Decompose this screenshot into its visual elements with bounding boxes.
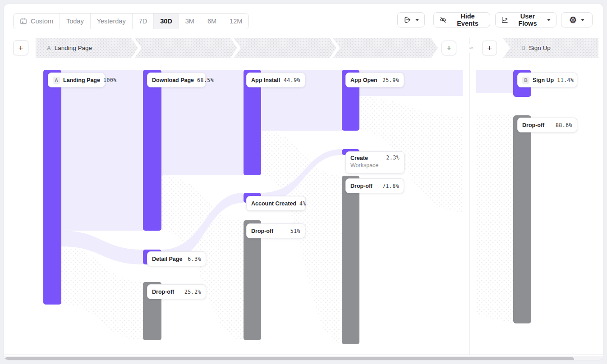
node-label-dropoff-step4[interactable]: Drop-off 71.8% bbox=[345, 178, 404, 193]
bar-dropoff-step4 bbox=[342, 176, 359, 344]
node-label-app-install[interactable]: App Install 44.9% bbox=[246, 73, 305, 87]
date-range-today[interactable]: Today bbox=[60, 14, 91, 29]
flow-chart-icon bbox=[501, 16, 508, 24]
node-label-download-page[interactable]: Download Page 68.5% bbox=[147, 73, 206, 87]
bar-dropoff-signup bbox=[513, 115, 531, 323]
node-label-landing-page[interactable]: A Landing Page 100% bbox=[48, 73, 105, 87]
user-flows-button[interactable]: User Flows bbox=[495, 12, 556, 27]
export-icon bbox=[403, 16, 411, 24]
bar-download-page bbox=[143, 70, 161, 231]
node-label-dropoff-signup[interactable]: Drop-off 88.6% bbox=[517, 118, 577, 132]
flow-in-signup bbox=[476, 70, 513, 93]
node-label-dropoff-step3[interactable]: Drop-off 51% bbox=[246, 223, 305, 238]
gear-icon: ⚙ bbox=[569, 16, 577, 24]
date-range-30d[interactable]: 30D bbox=[154, 14, 179, 29]
chart-bottom-border bbox=[4, 355, 603, 355]
date-range-3m[interactable]: 3M bbox=[179, 14, 201, 29]
user-flows-label: User Flows bbox=[512, 13, 543, 27]
node-label-create-workspace[interactable]: Create Workspace 2.3% bbox=[345, 151, 405, 173]
calendar-icon bbox=[20, 18, 27, 25]
node-label-account-created[interactable]: Account Created 4% bbox=[246, 196, 306, 211]
node-label-detail-page[interactable]: Detail Page 6.3% bbox=[147, 251, 206, 266]
chevron-down-icon bbox=[415, 19, 419, 21]
date-range-yesterday[interactable]: Yesterday bbox=[91, 14, 133, 29]
export-button[interactable] bbox=[397, 12, 425, 27]
user-flows-panel: Custom Today Yesterday 7D 30D 3M 6M 12M … bbox=[4, 4, 603, 360]
hide-events-button[interactable]: Hide Events bbox=[433, 12, 490, 27]
flow-chart-canvas: A Landing Page B Sign Up + + + ≈ bbox=[4, 38, 603, 355]
flow-landing-download bbox=[61, 70, 143, 231]
node-label-app-open[interactable]: App Open 25.9% bbox=[345, 73, 404, 87]
node-label-sign-up[interactable]: B Sign Up 11.4% bbox=[517, 73, 577, 87]
date-range-6m[interactable]: 6M bbox=[201, 14, 223, 29]
date-range-12m[interactable]: 12M bbox=[223, 14, 248, 29]
chevron-down-icon bbox=[581, 19, 584, 21]
eye-off-icon bbox=[439, 16, 447, 24]
chevron-down-icon bbox=[547, 19, 551, 21]
step-badge: B bbox=[522, 77, 529, 84]
hide-events-label: Hide Events bbox=[451, 13, 484, 27]
horizontal-scrollbar[interactable] bbox=[4, 356, 603, 360]
flow-signup-dropoff bbox=[476, 115, 513, 323]
settings-button[interactable]: ⚙ bbox=[561, 12, 593, 27]
bar-landing-page bbox=[43, 70, 61, 305]
step-badge: A bbox=[53, 77, 60, 84]
date-range-custom[interactable]: Custom bbox=[14, 14, 60, 29]
date-range-7d[interactable]: 7D bbox=[133, 14, 154, 29]
scrollbar-thumb[interactable] bbox=[5, 357, 574, 360]
approx-symbol: ≈ bbox=[465, 44, 478, 53]
node-label-dropoff-step2[interactable]: Drop-off 25.2% bbox=[147, 284, 206, 299]
date-range-segmented-control: Custom Today Yesterday 7D 30D 3M 6M 12M bbox=[13, 13, 249, 29]
